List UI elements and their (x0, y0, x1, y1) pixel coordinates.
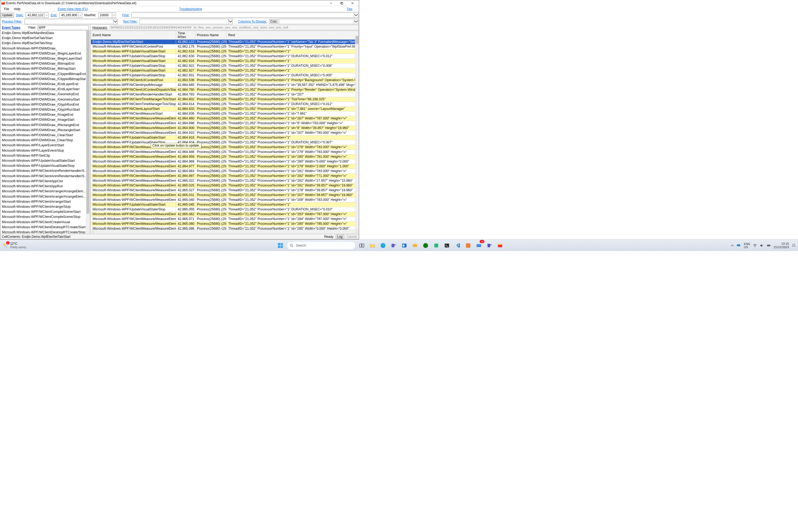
event-type-row[interactable]: Endjin.Demo.WpfEtw/SetTab/Start (0, 36, 90, 41)
event-type-row[interactable]: Microsoft-Windows-WPF/DWMDraw_/BeginLaye… (0, 56, 90, 61)
event-row[interactable]: Microsoft-Windows-WPF/WClientMeasure/Mea… (91, 188, 359, 193)
event-row[interactable]: Microsoft-Windows-WPF/WClientRenderHandl… (91, 92, 359, 97)
cell-time[interactable]: 42,865.040 (176, 198, 195, 203)
start-label[interactable]: Start: (15, 13, 25, 17)
cell-time[interactable]: 42,864.900 (176, 126, 195, 131)
close-button[interactable] (347, 0, 358, 6)
cell-event-name[interactable]: Microsoft-Windows-WPF/WClientMeasure/Mea… (91, 121, 176, 126)
event-type-row[interactable]: Microsoft-Windows-WPF/WClientArrange/Sto… (0, 204, 90, 209)
event-type-row[interactable]: Microsoft-Windows-WPF/WClientCreateVisua… (0, 220, 90, 225)
event-type-row[interactable]: Microsoft-Windows-WPF/WClientArrange/Arr… (0, 189, 90, 194)
cell-rest[interactable]: ThreadID="21,052" ProcessorNumber="1" DU… (227, 54, 359, 59)
event-row[interactable]: Microsoft-Windows-WPF/WClientMeasure/Mea… (91, 145, 359, 150)
scrollbar-thumb[interactable] (87, 31, 89, 214)
cell-process[interactable]: Process(25680) (25680) (195, 212, 227, 217)
event-row[interactable]: Microsoft-Windows-WPF/WClientTimeManager… (91, 97, 359, 102)
cell-time[interactable]: 42,864.833 (176, 107, 195, 111)
chevron-up-icon[interactable] (731, 244, 734, 247)
event-type-row[interactable]: Microsoft-Windows-WPF/WClientCompileScen… (0, 214, 90, 220)
process-filter-input[interactable] (25, 20, 113, 23)
cell-rest[interactable]: ThreadID="21,052" ProcessorNumber="1" Id… (227, 217, 359, 222)
cell-process[interactable]: Process(25680) (25680) (195, 111, 227, 116)
cell-event-name[interactable]: Microsoft-Windows-WPF/WClientLayout/Star… (91, 107, 176, 111)
cell-event-name[interactable]: Microsoft-Windows-WPF/WClientMeasure/Mea… (91, 226, 176, 230)
event-row[interactable]: Microsoft-Windows-WPF/WClientMeasure/Mea… (91, 164, 359, 169)
cell-rest[interactable]: ThreadID="21,052" ProcessorNumber="1" Id… (227, 145, 359, 150)
cell-time[interactable]: 42,865.071 (176, 217, 195, 222)
cell-event-name[interactable]: Microsoft-Windows-WPF/WClientRenderHandl… (91, 92, 176, 97)
cell-process[interactable]: Process(25680) (25680) (195, 83, 227, 88)
event-type-row[interactable]: Microsoft-Windows-WPF/WClientAnimRenderH… (0, 174, 90, 179)
cell-time[interactable]: 42,865.031 (176, 193, 195, 198)
cell-event-name[interactable]: Microsoft-Windows-WPF/WClientMeasure/Mea… (91, 217, 176, 222)
cell-time[interactable]: 42,865.022 (176, 178, 195, 183)
event-type-row[interactable]: Microsoft-Windows-WPF/DWMDraw_ (0, 46, 90, 51)
cell-time[interactable]: 42,862.122 (176, 40, 195, 44)
event-row[interactable]: Microsoft-Windows-WPF/WClientLayout/Star… (91, 107, 359, 111)
cell-time[interactable]: 42,864.760 (176, 88, 195, 92)
cell-process[interactable]: Process(25680) (25680) (195, 155, 227, 159)
event-row[interactable]: Microsoft-Windows-WPF/WClientMeasure/Mea… (91, 178, 359, 183)
cell-time[interactable]: 42,863.536 (176, 78, 195, 83)
event-type-row[interactable]: Microsoft-Windows-WPF/WClientAnimRenderH… (0, 168, 90, 173)
cell-rest[interactable]: ThreadID="21,052" ProcessorNumber="1" ta… (227, 40, 359, 44)
event-type-row[interactable]: Microsoft-Windows-WPF/WClientAppRun (0, 184, 90, 189)
event-type-row[interactable]: Microsoft-Windows-WPF/DWMDraw_/ClippedBi… (0, 72, 90, 77)
vscode-icon[interactable] (453, 241, 462, 250)
cell-event-name[interactable]: Microsoft-Windows-WPF/WClientMeasure/Mea… (91, 222, 176, 226)
cell-process[interactable]: Process(25680) (25680) (195, 188, 227, 193)
cell-process[interactable]: Process(25680) (25680) (195, 44, 227, 49)
grid-vscrollbar[interactable] (355, 36, 359, 230)
event-type-row[interactable]: Microsoft-Windows-WPF/DWMDraw_Clear/Star… (0, 133, 90, 138)
cell-time[interactable]: 42,864.916 (176, 135, 195, 140)
event-type-row[interactable]: Microsoft-Windows-WPF/DWMDraw_/BeginLaye… (0, 51, 90, 56)
cell-time[interactable]: 42,864.860 (176, 116, 195, 121)
chevron-down-icon[interactable] (228, 19, 232, 23)
event-type-row[interactable]: Microsoft-Windows-WPF/SetClip (0, 153, 90, 158)
teams-icon[interactable] (389, 241, 398, 250)
cell-rest[interactable]: ThreadID="21,052" ProcessorNumber="1" Id… (227, 150, 359, 155)
maximize-button[interactable] (337, 0, 347, 6)
cell-process[interactable]: Process(25680) (25680) (195, 73, 227, 78)
cell-event-name[interactable]: Microsoft-Windows-WPF/WClientMeasure/Mea… (91, 174, 176, 178)
cell-event-name[interactable]: Microsoft-Windows-WPF/UpdateVisualState/… (91, 73, 176, 78)
event-row[interactable]: Microsoft-Windows-WPF/WClientMeasure/Mea… (91, 169, 359, 174)
cell-rest[interactable]: ThreadID="21,052" ProcessorNumber="1" Id… (227, 183, 359, 188)
event-row[interactable]: Microsoft-Windows-WPF/WClientMeasure/Mea… (91, 174, 359, 178)
taskbar-weather[interactable]: 1 12°C Partly sunny (2, 242, 50, 249)
link-event-view-help[interactable]: Event View Help (F1) (56, 7, 90, 12)
cell-process[interactable]: Process(25680) (25680) (195, 121, 227, 126)
cell-rest[interactable]: ThreadID="21,052" ProcessorNumber="1" (227, 59, 359, 63)
cell-rest[interactable]: ThreadID="21,052" ProcessorNumber="1" Id… (227, 131, 359, 135)
cell-rest[interactable]: ThreadID="21,052" ProcessorNumber="1" Id… (227, 212, 359, 217)
cell-time[interactable]: 42,862.618 (176, 49, 195, 54)
end-label[interactable]: End: (50, 13, 58, 17)
cell-process[interactable]: Process(25680) (25680) (195, 107, 227, 111)
event-row[interactable]: Microsoft-Windows-WPF/WClientMeasure/Mea… (91, 212, 359, 217)
mail-icon[interactable]: 10 (474, 241, 483, 250)
cell-rest[interactable]: ThreadID="21,052" ProcessorNumber="1" Id… (227, 174, 359, 178)
taskbar-clock[interactable]: 13:15 21/12/2023 (774, 242, 789, 249)
cell-rest[interactable]: ThreadID="21,052" ProcessorNumber="1" Id… (227, 159, 359, 164)
text-filter-input[interactable] (140, 20, 228, 23)
event-types-list[interactable]: Endjin.Demo.WpfEtw/ManifestDataEndjin.De… (0, 31, 90, 234)
cell-time[interactable]: 42,864.910 (176, 131, 195, 135)
cell-process[interactable]: Process(25680) (25680) (195, 116, 227, 121)
cell-time[interactable]: 42,864.959 (176, 155, 195, 159)
cell-process[interactable]: Process(25680) (25680) (195, 183, 227, 188)
cell-process[interactable]: Process(25680) (25680) (195, 63, 227, 68)
cell-process[interactable]: Process(25680) (25680) (195, 78, 227, 83)
cell-rest[interactable]: ThreadID="21,052" ProcessorNumber="1" DU… (227, 102, 359, 107)
grid-hscrollbar[interactable] (91, 230, 359, 234)
cell-rest[interactable]: ThreadID="21,052" ProcessorNumber="1" Id… (227, 169, 359, 174)
event-row[interactable]: Microsoft-Windows-WPF/WClientMeasure/Mea… (91, 150, 359, 155)
event-type-row[interactable]: Microsoft-Windows-WPF/DWMDraw_/EndLayerS… (0, 87, 90, 92)
cell-time[interactable]: 42,865.086 (176, 226, 195, 230)
cell-process[interactable]: Process(25680) (25680) (195, 97, 227, 102)
cell-rest[interactable]: ThreadID="21,052" ProcessorNumber="1" Id… (227, 116, 359, 121)
cell-time[interactable]: 42,864.969 (176, 159, 195, 164)
cell-rest[interactable]: ThreadID="21,052" ProcessorNumber="1" (227, 135, 359, 140)
cell-event-name[interactable]: Microsoft-Windows-WPF/WClientInputMessag… (91, 83, 176, 88)
event-type-row[interactable]: Microsoft-Windows-WPF/DWMDraw_/Rectangle… (0, 122, 90, 128)
process-filter-combo[interactable] (24, 19, 118, 24)
